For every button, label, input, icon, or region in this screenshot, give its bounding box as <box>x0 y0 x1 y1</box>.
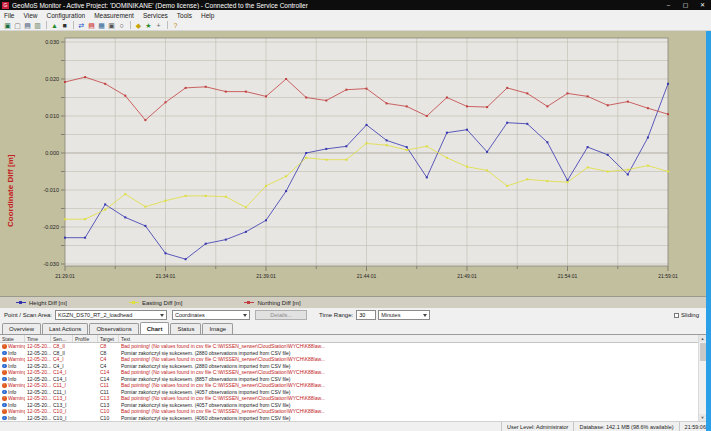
text-cell: Bad pointing! (No values found in csv fi… <box>119 356 711 362</box>
tab-chart[interactable]: Chart <box>140 322 170 334</box>
data-point-easting-diff-m <box>446 157 448 159</box>
x-tick-label: 21:49:01 <box>457 273 477 279</box>
window-title: GeoMoS Monitor - Active Project: 'DOMINI… <box>12 2 660 9</box>
toolbar-separator <box>73 21 74 29</box>
scroll-up-icon[interactable]: ▲ <box>699 335 706 342</box>
table-row[interactable]: !Warning12-05-20...C10_IC10Bad pointing!… <box>0 408 711 415</box>
table-row[interactable]: iInfo12-05-20...C11_IC11Pomiar zakończył… <box>0 389 711 396</box>
data-point-height-diff-m <box>165 252 167 254</box>
close-button[interactable]: ✕ <box>694 0 711 10</box>
details-button[interactable]: Details... <box>255 310 307 320</box>
adjacent-window-edge <box>706 31 711 431</box>
time-range-input[interactable] <box>356 310 376 320</box>
clock-icon[interactable]: ○ <box>117 21 126 30</box>
data-point-northing-diff-m <box>285 78 287 80</box>
connect-icon[interactable]: ⇄ <box>77 21 86 30</box>
table-row[interactable]: iInfo12-05-20...C13_IC13Pomiar zakończył… <box>0 402 711 409</box>
sensor-cell: C4_I <box>51 356 73 362</box>
target-cell: C13 <box>98 402 119 408</box>
table-row[interactable]: iInfo12-05-20...C14_IC14Pomiar zakończył… <box>0 376 711 383</box>
toolbar: ▣▢▤▥▲■⇄▤▦▣○◆★+? <box>0 20 711 31</box>
maximize-button[interactable]: ▢ <box>677 0 694 10</box>
tab-last-actions[interactable]: Last Actions <box>42 323 88 334</box>
state-label: Warning <box>8 356 25 362</box>
data-point-northing-diff-m <box>366 88 368 90</box>
y-tick-label: 0.000 <box>45 150 59 156</box>
menu-view[interactable]: View <box>23 12 37 19</box>
menu-services[interactable]: Services <box>143 12 168 19</box>
y-tick-label: -0.030 <box>43 261 59 267</box>
x-tick-label: 21:34:01 <box>156 273 176 279</box>
data-point-northing-diff-m <box>124 95 126 97</box>
table-row[interactable]: !Warning12-05-20...C14_IC14Bad pointing!… <box>0 369 711 376</box>
data-point-northing-diff-m <box>386 102 388 104</box>
table-row[interactable]: iInfo12-05-20...C4_IC4Pomiar zakończył s… <box>0 363 711 370</box>
table-row[interactable]: iInfo12-05-20...C8_IIC8Pomiar zakończył … <box>0 350 711 357</box>
data-point-height-diff-m <box>225 239 227 241</box>
legend-item-easting-diff-m: Easting Diff [m] <box>129 300 183 306</box>
data-point-easting-diff-m <box>285 175 287 177</box>
view-type-select[interactable]: Coordinates <box>172 310 250 320</box>
data-point-height-diff-m <box>285 190 287 192</box>
table-row[interactable]: !Warning12-05-20...C11_IC11Bad pointing!… <box>0 382 711 389</box>
point-scan-area-select[interactable]: KGZN_DS70_RT_2_loadhead <box>55 310 167 320</box>
data-point-height-diff-m <box>546 141 548 143</box>
chart-icon[interactable]: ◆ <box>134 21 143 30</box>
help-icon[interactable]: ? <box>171 21 180 30</box>
state-label: Info <box>8 350 16 356</box>
menu-measurement[interactable]: Measurement <box>94 12 134 19</box>
text-cell: Pomiar zakończył się sukcesem. (4057 obs… <box>119 389 711 395</box>
menu-tools[interactable]: Tools <box>177 12 192 19</box>
data-point-northing-diff-m <box>104 83 106 85</box>
table-row[interactable]: !Warning12-05-20...C8_IIC8Bad pointing! … <box>0 343 711 350</box>
warning-icon: ! <box>2 383 7 388</box>
data-point-northing-diff-m <box>587 95 589 97</box>
text-cell: Pomiar zakończył się sukcesem. (8857 obs… <box>119 376 711 382</box>
map-icon[interactable]: ★ <box>144 21 153 30</box>
stop-measurement-icon[interactable]: ■ <box>60 21 69 30</box>
data-point-easting-diff-m <box>466 166 468 168</box>
sliding-checkbox[interactable] <box>674 313 679 318</box>
time-unit-value: Minutes <box>381 312 420 318</box>
status-bar: User Level: Administrator Database: 142.… <box>0 421 711 431</box>
tab-status[interactable]: Status <box>170 323 201 334</box>
data-point-easting-diff-m <box>305 157 307 159</box>
new-project-icon[interactable]: ▣ <box>3 21 12 30</box>
coordinate-diff-chart[interactable]: -0.030-0.020-0.0100.0000.0100.0200.03021… <box>0 31 711 296</box>
menu-configuration[interactable]: Configuration <box>46 12 85 19</box>
print-icon[interactable]: ▤ <box>23 21 32 30</box>
data-point-easting-diff-m <box>366 142 368 144</box>
scroll-down-icon[interactable]: ▼ <box>699 414 706 421</box>
monitor-icon[interactable]: ▦ <box>97 21 106 30</box>
sensor-cell: C14_I <box>51 376 73 382</box>
tools-icon[interactable]: + <box>154 21 163 30</box>
data-point-northing-diff-m <box>144 119 146 121</box>
data-point-height-diff-m <box>366 124 368 126</box>
tab-observations[interactable]: Observations <box>89 323 138 334</box>
start-measurement-icon[interactable]: ▲ <box>50 21 59 30</box>
table-row[interactable]: !Warning12-05-20...C4_IC4Bad pointing! (… <box>0 356 711 363</box>
tab-overview[interactable]: Overview <box>2 323 41 334</box>
data-point-northing-diff-m <box>225 91 227 93</box>
data-point-northing-diff-m <box>426 115 428 117</box>
minimize-button[interactable]: – <box>660 0 677 10</box>
warning-icon: ! <box>2 370 7 375</box>
barrier-icon[interactable]: ▤ <box>87 21 96 30</box>
data-point-height-diff-m <box>526 123 528 125</box>
data-point-height-diff-m <box>144 225 146 227</box>
report-icon[interactable]: ▥ <box>33 21 42 30</box>
menu-file[interactable]: File <box>4 12 14 19</box>
window-icon[interactable]: ▣ <box>107 21 116 30</box>
data-point-northing-diff-m <box>667 113 669 115</box>
target-cell: C11 <box>98 382 119 388</box>
table-row[interactable]: !Warning12-05-20...C13_IC13Bad pointing!… <box>0 395 711 402</box>
copy-icon[interactable]: ▢ <box>13 21 22 30</box>
state-label: Info <box>8 363 16 369</box>
state-label: Info <box>8 415 16 421</box>
point-scan-area-label: Point / Scan Area: <box>4 312 52 318</box>
tab-image[interactable]: Image <box>202 323 233 334</box>
state-label: Info <box>8 376 16 382</box>
menu-help[interactable]: Help <box>201 12 214 19</box>
table-scrollbar[interactable]: ▲ ▼ <box>698 335 706 421</box>
time-unit-select[interactable]: Minutes <box>378 310 430 320</box>
